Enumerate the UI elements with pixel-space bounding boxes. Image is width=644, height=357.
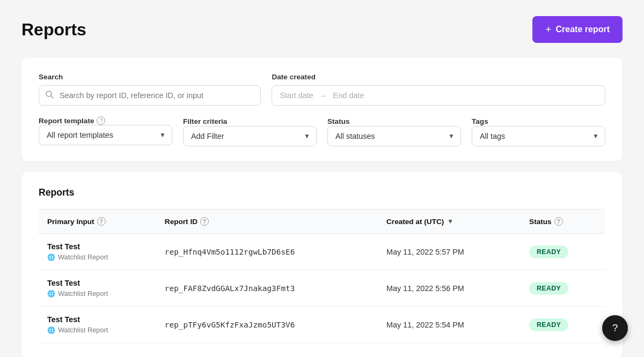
primary-input-cell: Test Test 🌐 Watchlist Report (39, 234, 156, 270)
status-badge: READY (529, 318, 568, 331)
tags-label: Tags (472, 117, 488, 125)
create-report-button[interactable]: + Create report (532, 16, 623, 43)
date-arrow-icon: → (320, 92, 327, 100)
page-title: Reports (21, 20, 86, 40)
status-cell: READY (521, 234, 605, 270)
primary-input-help-icon[interactable]: ? (97, 217, 106, 226)
col-header-primary-input: Primary Input ? (39, 210, 156, 234)
report-template-group: Report template ? All report templates ▼ (39, 116, 172, 146)
tags-filter-group: Tags All tags ▼ (472, 116, 605, 146)
status-filter-group: Status All statuses ▼ (327, 116, 461, 146)
col-header-created-at[interactable]: Created at (UTC) ▼ (378, 210, 521, 234)
template-label: Report template (39, 117, 94, 125)
primary-input-cell: Test Test 🌐 Watchlist Report (39, 307, 156, 343)
search-input[interactable] (39, 85, 261, 106)
date-group: Date created Start date → End date (272, 73, 605, 106)
table-header-row: Primary Input ? Report ID ? Created at (… (39, 210, 605, 234)
globe-icon: 🌐 (47, 326, 55, 334)
create-report-label: Create report (556, 25, 610, 34)
search-group: Search (39, 73, 261, 106)
search-icon (45, 90, 54, 101)
search-label: Search (39, 73, 261, 81)
template-select-wrapper: All report templates ▼ (39, 125, 172, 145)
report-type-label: Watchlist Report (58, 289, 108, 298)
report-type-label: Watchlist Report (58, 253, 108, 261)
template-select[interactable]: All report templates (39, 125, 172, 145)
help-fab-label: ? (612, 322, 618, 334)
status-badge: READY (529, 246, 568, 258)
filter-criteria-group: Filter criteria Add Filter ▼ (183, 116, 317, 146)
report-id-cell: rep_FAF8ZvdGGALx7Jnakag3Fmt3 (156, 270, 378, 307)
status-cell: READY (521, 307, 605, 343)
report-type-label: Watchlist Report (58, 326, 108, 334)
svg-line-1 (51, 96, 53, 98)
date-start-placeholder: Start date (280, 91, 313, 100)
table-row[interactable]: Test Test 🌐 Watchlist Report rep_pTFy6vG… (39, 307, 605, 343)
date-range-wrapper[interactable]: Start date → End date (272, 85, 605, 106)
primary-input-name: Test Test (47, 315, 148, 324)
report-type: 🌐 Watchlist Report (47, 289, 148, 298)
globe-icon: 🌐 (47, 254, 55, 261)
primary-input-name: Test Test (47, 279, 148, 287)
report-id-cell: rep_Hfnq4Vm5o1112rgwLb7D6sE6 (156, 234, 378, 270)
status-select[interactable]: All statuses (327, 126, 461, 146)
created-at-cell: May 11, 2022 5:54 PM (378, 307, 521, 343)
status-badge: READY (529, 282, 568, 295)
reports-section-title: Reports (39, 187, 605, 198)
status-label: Status (327, 117, 350, 125)
created-at-cell: May 11, 2022 5:56 PM (378, 270, 521, 307)
date-end-placeholder: End date (333, 91, 364, 100)
criteria-select[interactable]: Add Filter (183, 126, 317, 146)
table-row[interactable]: Test Test 🌐 Watchlist Report rep_Hfnq4Vm… (39, 234, 605, 270)
reports-table: Primary Input ? Report ID ? Created at (… (39, 209, 605, 343)
template-help-icon[interactable]: ? (97, 116, 105, 125)
criteria-select-wrapper: Add Filter ▼ (183, 126, 317, 146)
status-cell: READY (521, 270, 605, 307)
report-type: 🌐 Watchlist Report (47, 326, 148, 334)
col-header-status: Status ? (521, 210, 605, 234)
primary-input-name: Test Test (47, 242, 148, 251)
primary-input-cell: Test Test 🌐 Watchlist Report (39, 270, 156, 307)
col-header-report-id: Report ID ? (156, 210, 378, 234)
criteria-label: Filter criteria (183, 117, 227, 125)
created-at-sort-icon: ▼ (447, 218, 453, 225)
status-select-wrapper: All statuses ▼ (327, 126, 461, 146)
report-id-help-icon[interactable]: ? (200, 217, 209, 226)
tags-select[interactable]: All tags (472, 126, 605, 146)
report-id-cell: rep_pTFy6vG5KfzFxaJzmo5UT3V6 (156, 307, 378, 343)
search-input-wrapper (39, 85, 261, 106)
tags-select-wrapper: All tags ▼ (472, 126, 605, 146)
plus-icon: + (545, 24, 551, 35)
date-label: Date created (272, 73, 605, 81)
reports-card: Reports Primary Input ? Report ID ? (21, 172, 623, 357)
report-type: 🌐 Watchlist Report (47, 253, 148, 261)
help-fab-button[interactable]: ? (602, 315, 628, 341)
filter-dropdowns-row: Report template ? All report templates ▼… (39, 116, 605, 146)
table-row[interactable]: Test Test 🌐 Watchlist Report rep_FAF8Zvd… (39, 270, 605, 307)
status-help-icon[interactable]: ? (554, 217, 563, 226)
filter-card: Search Date created Start date → (21, 58, 623, 161)
created-at-cell: May 11, 2022 5:57 PM (378, 234, 521, 270)
globe-icon: 🌐 (47, 290, 55, 298)
